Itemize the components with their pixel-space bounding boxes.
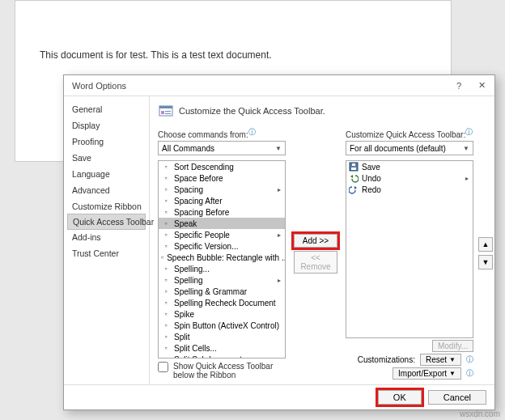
close-button[interactable]: ✕ [473, 78, 490, 93]
sidebar-item-quick-access-toolbar[interactable]: Quick Access Toolbar [67, 214, 146, 230]
command-item[interactable]: ▫Spelling Recheck Document [159, 297, 285, 308]
chevron-down-icon: ▼ [275, 145, 282, 152]
command-icon: ▫ [161, 298, 171, 308]
ok-button[interactable]: OK [378, 390, 422, 405]
move-up-button[interactable]: ▲ [478, 237, 493, 252]
expand-icon: ▸ [278, 231, 282, 239]
redo-icon [349, 185, 359, 194]
reorder-column: ▲ ▼ [478, 127, 494, 380]
sidebar-item-customize-ribbon[interactable]: Customize Ribbon [64, 198, 149, 214]
command-item[interactable]: ▫Specific People▸ [159, 229, 285, 240]
command-label: Spelling [174, 276, 203, 285]
command-icon: ▫ [161, 196, 171, 206]
sidebar-item-save[interactable]: Save [64, 150, 149, 166]
command-item[interactable]: ▫Spelling▸ [159, 274, 285, 286]
command-label: Space Before [174, 174, 223, 183]
svg-rect-1 [159, 106, 172, 108]
command-icon: ▫ [161, 230, 171, 240]
cancel-button[interactable]: Cancel [428, 390, 486, 405]
sidebar-item-add-ins[interactable]: Add-ins [64, 229, 149, 245]
command-icon: ▫ [161, 332, 171, 342]
command-item[interactable]: ▫Split Cells... [159, 342, 285, 354]
add-button[interactable]: Add >> [294, 234, 337, 248]
expand-icon: ▸ [278, 186, 282, 193]
undo-icon [349, 173, 359, 183]
command-icon: ▫ [161, 173, 171, 183]
command-item[interactable]: ▫Space Before [159, 172, 285, 184]
chevron-down-icon: ▼ [463, 145, 469, 152]
info-icon[interactable]: ⓘ [466, 354, 473, 365]
command-item[interactable]: ▫Specific Version... [159, 240, 285, 252]
chevron-down-icon: ▼ [449, 370, 456, 377]
dialog-footer: OK Cancel [64, 384, 494, 409]
move-down-button[interactable]: ▼ [478, 255, 493, 269]
command-item[interactable]: ▫Spacing▸ [159, 184, 285, 195]
command-item[interactable]: ▫Sort Descending [159, 161, 285, 172]
sidebar-item-advanced[interactable]: Advanced [64, 182, 149, 198]
sidebar-item-display[interactable]: Display [64, 117, 149, 134]
command-item[interactable]: ▫Split [159, 331, 285, 342]
svg-rect-2 [161, 111, 164, 114]
command-label: Speech Bubble: Rectangle with ... [167, 253, 286, 262]
command-label: Spin Button (ActiveX Control) [174, 321, 279, 330]
command-icon: ▫ [161, 320, 171, 330]
choose-commands-combo[interactable]: All Commands▼ [158, 141, 286, 155]
qat-label: Redo [362, 185, 381, 194]
svg-rect-4 [165, 113, 171, 114]
reset-button[interactable]: Reset▼ [420, 354, 461, 366]
info-icon[interactable]: ⓘ [466, 368, 473, 379]
qat-item[interactable]: Redo [346, 184, 473, 195]
command-icon: ▫ [161, 275, 171, 285]
sidebar-item-trust-center[interactable]: Trust Center [64, 245, 149, 261]
command-label: Spelling & Grammar [174, 287, 247, 296]
qat-listbox[interactable]: SaveUndo▸Redo [346, 160, 473, 338]
command-label: Spelling... [174, 265, 210, 274]
customizations-label: Customizations: [358, 355, 415, 364]
sidebar-item-proofing[interactable]: Proofing [64, 134, 149, 150]
qat-label: Undo [362, 174, 381, 183]
right-column: Customize Quick Access Toolbar:ⓘ For all… [346, 127, 473, 380]
command-icon: ▫ [161, 264, 171, 274]
command-icon: ▫ [161, 207, 171, 217]
info-icon[interactable]: ⓘ [248, 128, 256, 136]
commands-listbox[interactable]: ▫Sort Descending▫Space Before▫Spacing▸▫S… [158, 160, 286, 358]
info-icon[interactable]: ⓘ [465, 128, 473, 136]
sidebar-item-general[interactable]: General [64, 101, 149, 117]
qat-item[interactable]: Save [346, 161, 473, 172]
command-item[interactable]: ▫Spacing Before [159, 206, 285, 218]
command-item[interactable]: ▫Spike [159, 308, 285, 320]
qat-item[interactable]: Undo▸ [346, 172, 473, 184]
command-item[interactable]: ▫Speech Bubble: Rectangle with ... [159, 252, 285, 263]
command-icon: ▫ [161, 218, 171, 228]
content-header: Customize the Quick Access Toolbar. [158, 103, 494, 119]
customize-qat-label: Customize Quick Access Toolbar:ⓘ [346, 127, 473, 139]
remove-button[interactable]: << Remove [294, 251, 337, 274]
import-export-button[interactable]: Import/Export▼ [393, 367, 461, 380]
command-icon: ▫ [161, 354, 171, 358]
command-item[interactable]: ▫Speak [159, 218, 285, 229]
command-label: Spacing After [174, 197, 222, 206]
sidebar-item-language[interactable]: Language [64, 166, 149, 182]
command-icon: ▫ [161, 241, 171, 251]
command-label: Specific Version... [174, 242, 238, 251]
command-icon: ▫ [161, 309, 171, 319]
modify-button[interactable]: Modify... [432, 340, 473, 352]
content-pane: Customize the Quick Access Toolbar. Choo… [150, 96, 494, 384]
command-icon: ▫ [161, 185, 171, 194]
show-below-ribbon-checkbox[interactable]: Show Quick Access Toolbar below the Ribb… [158, 362, 286, 380]
command-item[interactable]: ▫Spelling... [159, 263, 285, 274]
command-item[interactable]: ▫Spacing After [159, 195, 285, 206]
help-button[interactable]: ? [451, 78, 467, 93]
dialog-body: GeneralDisplayProofingSaveLanguageAdvanc… [64, 96, 494, 384]
command-label: Spacing [174, 185, 203, 194]
customize-qat-combo[interactable]: For all documents (default)▼ [346, 141, 473, 155]
command-label: Spacing Before [174, 208, 229, 217]
command-item[interactable]: ▫Split Subdocument [159, 354, 285, 358]
show-below-ribbon-input[interactable] [158, 362, 168, 372]
titlebar: Word Options ? ✕ [64, 75, 494, 96]
command-icon: ▫ [161, 162, 171, 172]
command-label: Split Cells... [174, 344, 217, 353]
command-icon: ▫ [161, 252, 163, 262]
command-item[interactable]: ▫Spelling & Grammar [159, 286, 285, 297]
command-item[interactable]: ▫Spin Button (ActiveX Control) [159, 320, 285, 331]
